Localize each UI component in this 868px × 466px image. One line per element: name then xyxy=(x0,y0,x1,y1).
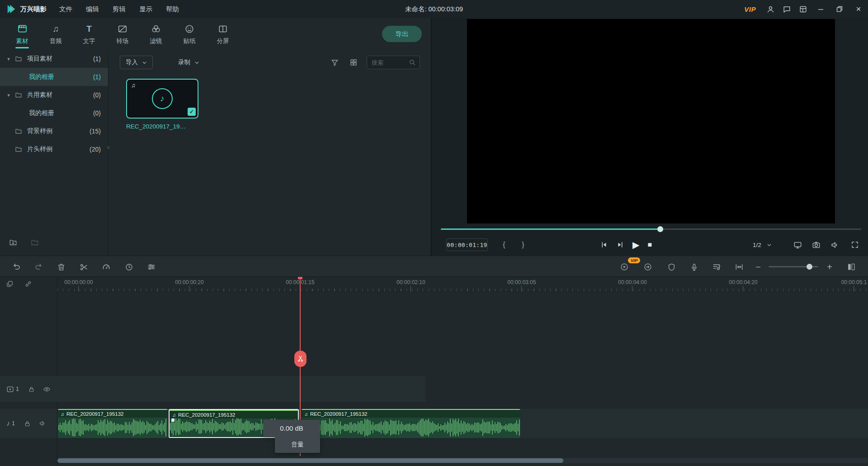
media-content: 导入 录制 ♫ xyxy=(109,50,431,256)
stop-button[interactable]: ■ xyxy=(647,241,652,248)
timeline-scrollbar[interactable] xyxy=(57,458,868,463)
menu-edit[interactable]: 编辑 xyxy=(86,5,99,14)
tab-audio[interactable]: ♫ 音频 xyxy=(39,18,72,50)
proxy-playback-icon[interactable] xyxy=(642,262,654,272)
fullscreen-icon[interactable] xyxy=(848,238,862,251)
search-input[interactable] xyxy=(371,59,409,67)
sidebar-item-count: (1) xyxy=(93,73,101,81)
video-track-lane[interactable] xyxy=(57,376,425,403)
display-device-icon[interactable] xyxy=(790,238,805,251)
tab-sticker[interactable]: 贴纸 xyxy=(173,18,206,50)
preview-seekbar[interactable] xyxy=(441,226,861,232)
speed-icon[interactable] xyxy=(100,262,112,272)
delete-icon[interactable] xyxy=(55,262,67,272)
menu-clip[interactable]: 剪辑 xyxy=(113,5,126,14)
volume-icon[interactable] xyxy=(827,238,842,251)
volume-handle[interactable] xyxy=(171,418,175,422)
export-button[interactable]: 导出 xyxy=(382,26,422,42)
audio-mixer-icon[interactable] xyxy=(711,262,722,272)
workspace-layout-icon[interactable] xyxy=(795,0,811,18)
record-dropdown[interactable]: 录制 xyxy=(173,56,205,69)
new-folder-icon[interactable] xyxy=(9,238,17,247)
zoom-slider-knob[interactable] xyxy=(807,264,812,270)
scrollbar-thumb[interactable] xyxy=(57,458,563,463)
sidebar-item-count: (20) xyxy=(90,146,101,153)
timeline-ruler[interactable]: 00:00:00:00 00:00:00:20 00:00:01:15 00:0… xyxy=(57,277,868,292)
tab-splitscreen[interactable]: 分屏 xyxy=(206,18,240,50)
volume-tooltip: 0.00 dB 音量 xyxy=(263,420,320,453)
play-button[interactable]: ▶ xyxy=(632,240,639,249)
collapse-sidebar-arrow[interactable]: ‹ xyxy=(105,139,112,155)
eye-icon[interactable] xyxy=(43,385,51,393)
sidebar-item-count: (0) xyxy=(93,109,101,117)
sidebar-item-project-media[interactable]: ▾ 项目素材 (1) xyxy=(0,50,108,68)
menu-file[interactable]: 文件 xyxy=(59,5,72,14)
collapse-caret-icon[interactable]: ▾ xyxy=(5,56,12,62)
ruler-label: 00:00:00:20 xyxy=(175,279,203,285)
add-to-track-icon[interactable] xyxy=(6,280,14,288)
menu-help[interactable]: 帮助 xyxy=(166,5,179,14)
split-scissors-icon[interactable] xyxy=(78,262,90,272)
audio-clip-3[interactable]: ♫ REC_20200917_195132 xyxy=(302,409,520,438)
account-icon[interactable] xyxy=(762,0,778,18)
sidebar-item-background-samples[interactable]: 背景样例 (15) xyxy=(0,122,108,140)
audio-tab-icon: ♫ xyxy=(52,23,59,35)
zoom-in-button[interactable]: + xyxy=(824,262,835,272)
zoom-out-button[interactable]: − xyxy=(752,262,764,272)
shield-icon[interactable] xyxy=(665,262,677,272)
mark-out-button[interactable]: } xyxy=(518,238,528,251)
seekbar-knob[interactable] xyxy=(657,226,663,232)
menu-view[interactable]: 显示 xyxy=(139,5,152,14)
playhead-cap[interactable] xyxy=(298,277,302,279)
lock-icon[interactable] xyxy=(24,420,31,427)
lock-icon[interactable] xyxy=(28,386,35,393)
tab-filter[interactable]: 滤镜 xyxy=(139,18,173,50)
feedback-icon[interactable] xyxy=(778,0,795,18)
document-title: 未命名: 00:00:03:09 xyxy=(0,5,868,14)
filter-icon[interactable] xyxy=(328,56,341,69)
panel-layout-toggle[interactable] xyxy=(845,262,857,272)
sidebar-item-my-album[interactable]: 我的相册 (1) xyxy=(0,68,108,86)
video-preview[interactable] xyxy=(467,19,835,223)
undo-icon[interactable] xyxy=(11,262,23,272)
tab-text[interactable]: T 文字 xyxy=(72,18,106,50)
render-preview-icon[interactable] xyxy=(618,262,630,272)
fit-timeline-icon[interactable] xyxy=(733,262,745,272)
current-timecode[interactable]: 00:00:01:19 xyxy=(446,238,488,251)
duration-icon[interactable] xyxy=(123,262,135,272)
media-thumbnail[interactable]: ♫ ♪ ✓ xyxy=(126,79,198,119)
ruler-label: 00:00:03:05 xyxy=(507,279,536,285)
link-clips-icon[interactable] xyxy=(24,280,32,288)
next-frame-button[interactable] xyxy=(616,241,624,249)
sidebar-item-shared-media[interactable]: ▾ 共用素材 (0) xyxy=(0,86,108,104)
media-item[interactable]: ♫ ♪ ✓ REC_20200917_19… xyxy=(126,79,201,130)
search-box[interactable] xyxy=(367,56,420,69)
tab-transition[interactable]: 转场 xyxy=(106,18,139,50)
snapshot-icon[interactable] xyxy=(809,238,823,251)
previous-frame-button[interactable] xyxy=(600,241,608,249)
sidebar-item-intro-samples[interactable]: 片头样例 (20) xyxy=(0,140,108,158)
audio-clip-1[interactable]: ♫ REC_20200917_195132 xyxy=(58,409,168,438)
voiceover-mic-icon[interactable] xyxy=(688,262,700,272)
tab-media[interactable]: 素材 xyxy=(5,18,39,50)
search-icon[interactable] xyxy=(409,59,416,66)
view-grid-icon[interactable] xyxy=(347,56,360,69)
import-dropdown[interactable]: 导入 xyxy=(120,56,153,69)
transition-tab-icon xyxy=(118,23,127,35)
sidebar-item-my-album-shared[interactable]: 我的相册 (0) xyxy=(0,104,108,122)
minimize-button[interactable] xyxy=(811,0,830,18)
close-button[interactable]: × xyxy=(849,0,868,18)
redo-icon[interactable] xyxy=(33,262,44,272)
adjust-properties-icon[interactable] xyxy=(146,262,157,272)
selected-check-icon: ✓ xyxy=(188,108,196,116)
vip-badge[interactable]: VIP xyxy=(744,5,756,13)
restore-button[interactable] xyxy=(830,0,849,18)
tab-label: 分屏 xyxy=(217,37,229,45)
mute-speaker-icon[interactable] xyxy=(39,420,46,427)
mark-in-button[interactable]: { xyxy=(499,238,509,251)
preview-page-dropdown[interactable]: 1/2 xyxy=(742,238,783,251)
playhead-scissors-handle[interactable] xyxy=(294,351,307,367)
collapse-caret-icon[interactable]: ▾ xyxy=(5,92,12,98)
tab-label: 滤镜 xyxy=(150,37,162,45)
delete-folder-icon[interactable] xyxy=(31,238,39,247)
